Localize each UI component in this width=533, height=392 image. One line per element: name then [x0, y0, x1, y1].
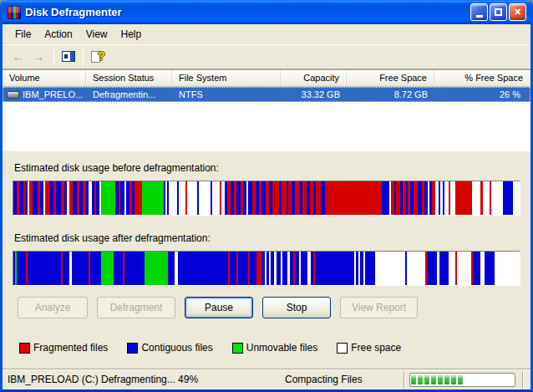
legend-label: Contiguous files: [141, 342, 212, 354]
session-status-value: Defragmentin...: [86, 89, 172, 99]
before-defrag-label: Estimated disk usage before defragmentat…: [14, 162, 520, 174]
volume-name: IBM_PRELO...: [23, 89, 83, 99]
forward-arrow-icon[interactable]: →: [29, 48, 48, 65]
maximize-button[interactable]: [490, 3, 507, 21]
console-tree-icon: [62, 51, 75, 62]
maximize-icon: [495, 8, 502, 16]
back-arrow-icon[interactable]: ←: [9, 48, 28, 65]
contiguous-files-swatch: [127, 343, 138, 354]
window-title: Disk Defragmenter: [25, 6, 469, 18]
disk-defragmenter-icon: [8, 6, 21, 19]
legend-item-free-space: Free space: [337, 342, 401, 354]
menu-bar: File Action View Help: [3, 24, 530, 44]
defragment-button[interactable]: Defragment: [97, 297, 175, 318]
status-phase: Compacting Files: [285, 374, 404, 385]
main-panel: Estimated disk usage before defragmentat…: [3, 151, 530, 369]
column-header-volume[interactable]: Volume: [3, 70, 86, 87]
legend-item-fragmented: Fragmented files: [19, 342, 108, 354]
column-header-capacity[interactable]: Capacity: [281, 70, 347, 87]
defrag-progress-bar: [409, 373, 515, 387]
analyze-button[interactable]: Analyze: [18, 297, 88, 318]
before-defrag-usage-bar: [13, 181, 520, 216]
legend-label: Unmovable files: [246, 342, 317, 354]
console-tree-button[interactable]: [58, 48, 79, 66]
legend: Fragmented files Contiguous files Unmova…: [19, 342, 520, 354]
toolbar: ← → ?: [3, 44, 530, 69]
progress-blocks: [411, 375, 464, 384]
capacity-value: 33.32 GB: [281, 89, 347, 99]
status-bar-end-pane: [522, 371, 530, 389]
list-header: Volume Session Status File System Capaci…: [3, 70, 530, 87]
toolbar-separator: [53, 48, 54, 65]
free-space-value: 8.72 GB: [347, 89, 434, 99]
title-bar: Disk Defragmenter ✕: [3, 0, 530, 24]
close-button[interactable]: ✕: [509, 3, 526, 21]
pct-free-space-value: 26 %: [434, 89, 530, 99]
legend-item-contiguous: Contiguous files: [127, 342, 212, 354]
view-report-button[interactable]: View Report: [340, 297, 418, 318]
legend-label: Fragmented files: [33, 342, 108, 354]
minimize-icon: [476, 15, 483, 18]
progress-pane: [404, 371, 522, 389]
legend-item-unmovable: Unmovable files: [232, 342, 317, 354]
stop-button[interactable]: Stop: [262, 297, 331, 318]
button-row: Analyze Defragment Pause Stop View Repor…: [18, 297, 520, 318]
help-icon: ?: [91, 50, 104, 64]
help-button[interactable]: ?: [88, 48, 108, 66]
pause-button[interactable]: Pause: [185, 297, 253, 318]
toolbar-separator: [83, 48, 84, 65]
close-icon: ✕: [514, 7, 521, 18]
minimize-button[interactable]: [470, 3, 488, 21]
legend-label: Free space: [351, 342, 401, 354]
menu-view[interactable]: View: [79, 26, 114, 43]
unmovable-files-swatch: [232, 343, 243, 354]
menu-file[interactable]: File: [8, 26, 38, 43]
status-text: IBM_PRELOAD (C:) Defragmenting... 49%: [3, 374, 285, 385]
column-header-pct-free-space[interactable]: % Free Space: [434, 70, 530, 87]
hard-disk-icon: [7, 91, 19, 99]
after-defrag-usage-bar: [13, 251, 520, 286]
fragmented-files-swatch: [19, 343, 30, 354]
volume-row-selected[interactable]: IBM_PRELO... Defragmentin... NTFS 33.32 …: [3, 87, 530, 102]
column-header-file-system[interactable]: File System: [172, 70, 281, 87]
column-header-session-status[interactable]: Session Status: [86, 70, 172, 87]
volume-list: Volume Session Status File System Capaci…: [3, 69, 530, 151]
column-header-free-space[interactable]: Free Space: [347, 70, 434, 87]
disk-defragmenter-window: Disk Defragmenter ✕ File Action View Hel…: [0, 0, 533, 392]
file-system-value: NTFS: [172, 89, 281, 99]
menu-help[interactable]: Help: [114, 26, 149, 43]
menu-action[interactable]: Action: [38, 26, 79, 43]
after-defrag-label: Estimated disk usage after defragmentati…: [14, 232, 520, 244]
free-space-swatch: [337, 343, 348, 354]
status-bar: IBM_PRELOAD (C:) Defragmenting... 49% Co…: [3, 369, 530, 389]
